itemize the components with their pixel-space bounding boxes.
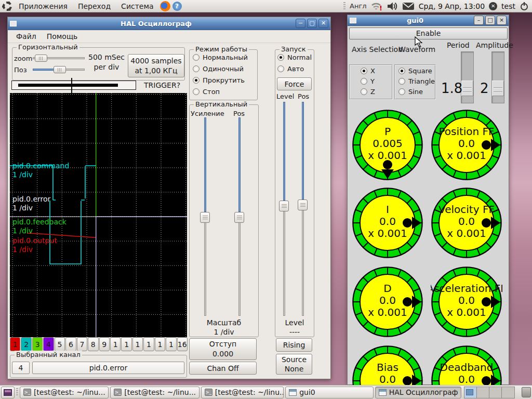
- channel-button-16[interactable]: 16: [177, 337, 188, 351]
- source-button[interactable]: Source None: [276, 354, 312, 375]
- period-value: 1.8: [441, 81, 462, 96]
- task-hal-scope[interactable]: HAL Осциллограф: [375, 387, 461, 398]
- maximize-button[interactable]: □: [485, 16, 495, 25]
- distro-logo-icon[interactable]: [2, 1, 12, 11]
- hal-scope-window: HAL Осциллограф ─ ▢ ✕ Файл Помощь Горизо…: [7, 17, 331, 379]
- vertical-legend: Вертикальный: [194, 100, 249, 108]
- trash-icon[interactable]: [522, 387, 531, 397]
- rising-button[interactable]: Rising: [276, 338, 312, 352]
- hal-titlebar[interactable]: HAL Осциллограф ─ ▢ ✕: [8, 17, 330, 30]
- trigger-auto[interactable]: Авто: [277, 65, 304, 73]
- pos-slider[interactable]: [33, 66, 85, 73]
- run-mode-legend: Режим работы: [194, 45, 249, 53]
- vpos-slider[interactable]: [234, 117, 244, 316]
- minimize-button[interactable]: –: [474, 16, 484, 25]
- dial-position-ff[interactable]: Position FF0.0x 0.001: [431, 109, 502, 181]
- channel-button-12[interactable]: 1: [132, 337, 143, 351]
- dial-i[interactable]: I0.0x 0.001: [352, 187, 423, 259]
- runmode-single[interactable]: Одиночный: [193, 65, 244, 73]
- trigger-status: TRIGGER?: [144, 81, 180, 89]
- keyboard-layout-indicator[interactable]: Англ: [350, 2, 367, 10]
- trigger-legend: Запуск: [280, 45, 308, 53]
- channel-button-15[interactable]: 1: [166, 337, 176, 351]
- runmode-roll[interactable]: Прокрутить: [193, 76, 245, 84]
- channel-button-5[interactable]: 5: [55, 337, 65, 351]
- user-menu[interactable]: test: [501, 2, 515, 10]
- dial-acceleration-ff[interactable]: Acceleration FF0.0x 0.001: [431, 266, 502, 338]
- channel-button-7[interactable]: 7: [77, 337, 87, 351]
- user-status-icon: ✕: [489, 2, 497, 10]
- selected-channel-name[interactable]: pid.0.error: [32, 362, 184, 374]
- dial-d[interactable]: D0.0x 0.001: [352, 266, 423, 338]
- menu-system[interactable]: Система: [117, 1, 157, 11]
- show-desktop-button[interactable]: [1, 387, 15, 398]
- menu-help[interactable]: Помощь: [43, 31, 82, 42]
- network-icon[interactable]: !: [371, 2, 382, 11]
- gain-slider[interactable]: [200, 117, 210, 316]
- force-button[interactable]: Force: [277, 77, 312, 90]
- mail-icon[interactable]: [402, 2, 415, 10]
- zoom-slider[interactable]: [33, 55, 85, 62]
- clock[interactable]: Срд, 9 Апр, 13:00: [419, 2, 485, 10]
- channel-button-10[interactable]: 1: [110, 337, 121, 351]
- channel-button-1[interactable]: 1: [10, 337, 20, 351]
- channel-button-13[interactable]: 1: [143, 337, 154, 351]
- workspace-3[interactable]: [489, 387, 502, 398]
- waveform-square[interactable]: Square: [398, 67, 432, 75]
- maximize-button[interactable]: ▢: [307, 19, 317, 28]
- channel-button-11[interactable]: 1: [121, 337, 131, 351]
- window-icon: [289, 389, 297, 396]
- close-button[interactable]: ×: [497, 16, 507, 25]
- waveform-sine[interactable]: Sine: [398, 88, 423, 96]
- channel-button-2[interactable]: 2: [21, 337, 31, 351]
- chan-off-button[interactable]: Chan Off: [189, 362, 257, 375]
- task-terminal-1[interactable]: >_ [test@test: ~/linu...: [20, 387, 109, 398]
- minimize-button[interactable]: ─: [296, 19, 305, 28]
- scope-display[interactable]: pid.0.command1 /div pid.0.error1 /div pi…: [10, 93, 187, 337]
- trigger-level-slider[interactable]: [279, 102, 289, 316]
- samples-button[interactable]: 4000 samples at 1,00 КГц: [128, 54, 184, 77]
- window-menu-icon[interactable]: [10, 21, 17, 26]
- trigger-normal[interactable]: Normal: [277, 54, 312, 61]
- window-menu-icon[interactable]: [350, 18, 356, 23]
- period-slider-handle[interactable]: [461, 81, 473, 96]
- trigger-pos-slider[interactable]: [298, 102, 308, 316]
- gui0-window: gui0 – □ × Enable Axis Selection Wavefor…: [347, 15, 509, 385]
- runmode-stop[interactable]: Стоп: [193, 88, 220, 96]
- axis-z[interactable]: Z: [361, 88, 375, 96]
- dial-p[interactable]: P0.005x 0.001: [352, 109, 423, 181]
- task-gui0[interactable]: gui0: [285, 387, 373, 398]
- taskbar: >_ [test@test: ~/linu... >_ [test@test: …: [0, 385, 532, 399]
- menu-applications[interactable]: Приложения: [15, 1, 72, 11]
- amplitude-slider-handle[interactable]: [492, 81, 504, 96]
- enable-button[interactable]: Enable: [349, 28, 508, 39]
- axis-y[interactable]: Y: [361, 77, 375, 85]
- offset-button[interactable]: Отступ 0.000: [189, 338, 257, 360]
- menu-file[interactable]: Файл: [12, 31, 41, 42]
- power-icon[interactable]: [520, 2, 529, 11]
- channel-button-8[interactable]: 8: [88, 337, 98, 351]
- dial-velocity-ff[interactable]: Velocity FF0.0x 0.001: [431, 187, 502, 259]
- task-terminal-2[interactable]: >_ [test@test: ~/linu...: [110, 387, 199, 398]
- axis-x[interactable]: X: [361, 67, 375, 75]
- task-terminal-3[interactable]: >_ [test@test: ~/linu...: [201, 387, 284, 398]
- channel-button-3[interactable]: 3: [32, 337, 43, 351]
- firefox-launcher-icon[interactable]: [160, 1, 170, 11]
- gui0-titlebar[interactable]: gui0 – □ ×: [348, 15, 509, 26]
- zoom-label: zoom: [14, 55, 32, 62]
- channel-button-4[interactable]: 4: [43, 337, 54, 351]
- runmode-normal[interactable]: Нормальный: [193, 54, 248, 61]
- channel-button-9[interactable]: 9: [99, 337, 110, 351]
- volume-icon[interactable]: [387, 2, 398, 11]
- trace-label-error: pid.0.error1 /div: [12, 195, 50, 212]
- workspace-2[interactable]: [477, 387, 489, 398]
- applet-handle: [343, 2, 345, 10]
- channel-button-14[interactable]: 1: [155, 337, 165, 351]
- menu-places[interactable]: Переход: [74, 1, 115, 11]
- help-launcher-icon[interactable]: ?: [172, 2, 182, 11]
- channel-button-6[interactable]: 6: [65, 337, 76, 351]
- close-button[interactable]: ✕: [318, 19, 328, 28]
- workspace-4[interactable]: [502, 387, 514, 398]
- workspace-1[interactable]: [464, 387, 477, 398]
- waveform-triangle[interactable]: Triangle: [398, 77, 435, 85]
